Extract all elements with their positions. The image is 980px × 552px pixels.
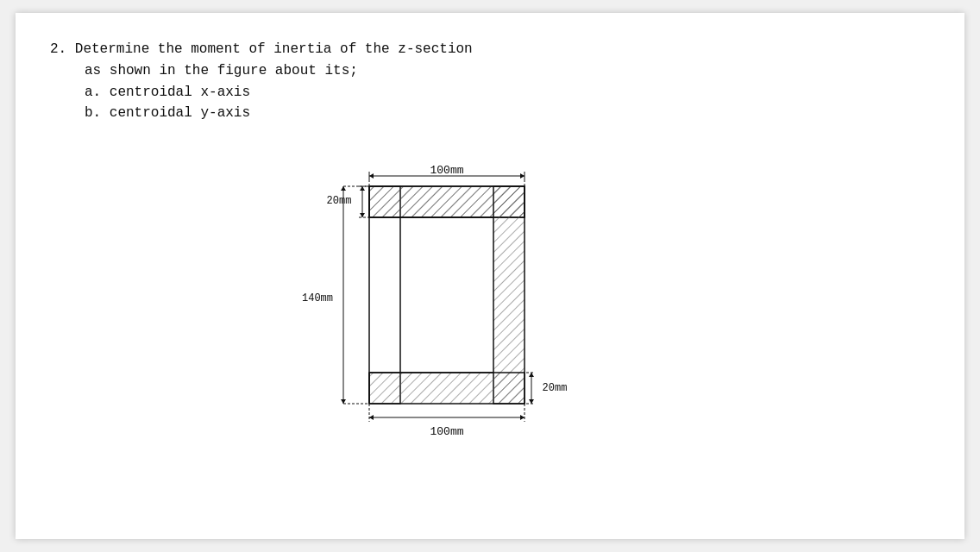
svg-rect-5 [369,373,525,404]
problem-line1: 2. Determine the moment of inertia of th… [50,39,930,60]
svg-text:140mm: 140mm [302,292,333,304]
svg-marker-37 [369,415,374,420]
svg-marker-33 [529,373,534,377]
figure-container: 100mm 20mm 140mm [292,141,688,486]
problem-text: 2. Determine the moment of inertia of th… [50,39,930,124]
problem-line2: as shown in the figure about its; [50,60,930,82]
svg-marker-38 [520,415,525,420]
svg-text:20mm: 20mm [543,382,568,394]
svg-text:20mm: 20mm [327,195,352,207]
page: 2. Determine the moment of inertia of th… [16,13,964,539]
svg-marker-26 [341,399,346,404]
svg-marker-34 [529,399,534,404]
svg-rect-2 [369,186,400,404]
problem-line3b: b. centroidal y-axis [50,103,930,124]
problem-line3a: a. centroidal x-axis [50,82,930,104]
svg-marker-25 [341,186,346,191]
svg-marker-21 [360,186,365,191]
svg-text:100mm: 100mm [430,425,463,438]
svg-marker-14 [520,173,525,179]
z-section-diagram: 100mm 20mm 140mm [292,141,688,486]
figure-area: 100mm 20mm 140mm [50,141,930,486]
svg-rect-4 [493,186,525,404]
svg-text:100mm: 100mm [430,164,463,177]
svg-marker-22 [360,213,365,217]
svg-marker-13 [369,173,374,179]
